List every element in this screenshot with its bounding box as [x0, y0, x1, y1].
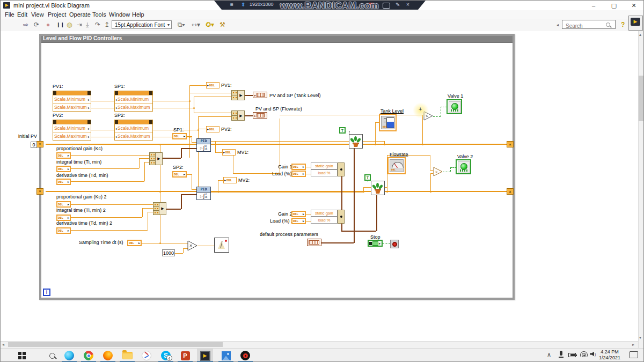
sampling-control[interactable]: DBL▸	[127, 240, 142, 246]
file-explorer-icon[interactable]	[121, 350, 133, 361]
run-continuous-button[interactable]: ⟳	[34, 21, 39, 28]
shift-register-left-1[interactable]: ▼	[36, 141, 43, 147]
property-node-sp1[interactable]: ▸Scale.Minimum ▸Scale.Maximum	[114, 91, 153, 112]
abort-button[interactable]: ●	[46, 21, 50, 28]
hamburger-icon[interactable]: ≡	[230, 2, 233, 8]
bundle-node-2[interactable]: ▶	[231, 110, 245, 121]
search-collapse-icon[interactable]: ◂	[557, 23, 559, 27]
distribute-objects-icon[interactable]: ⇿▾	[192, 21, 200, 28]
step-out-icon[interactable]: ↥	[104, 21, 109, 28]
vertical-scrollbar-thumb[interactable]	[639, 76, 644, 121]
pv1-terminal[interactable]: ▸DBL	[206, 82, 219, 88]
while-loop-border[interactable]	[39, 34, 515, 300]
maximize-button[interactable]: ▢	[609, 2, 619, 9]
mv1-terminal[interactable]: ▸DBL	[222, 149, 236, 156]
plant-model-subvi-2[interactable]	[371, 181, 385, 195]
property-node-pv2[interactable]: Scale.Minimum▸ Scale.Maximum▸	[53, 120, 91, 141]
property-node-sp2[interactable]: ▸Scale.Minimum ▸Scale.Maximum	[114, 120, 153, 141]
stop-control[interactable]: ▸	[368, 240, 383, 247]
powerpoint-icon[interactable]: P	[179, 350, 191, 361]
chrome-icon[interactable]	[83, 350, 94, 361]
firefox-icon[interactable]	[102, 350, 114, 361]
menu-project[interactable]: Project	[48, 11, 66, 18]
action-center-icon[interactable]	[630, 351, 638, 358]
pv-sp-tank-indicator[interactable]: ▸	[253, 92, 267, 98]
shuttle-app-icon[interactable]	[141, 350, 152, 361]
resize-objects-icon[interactable]: ✪▾	[206, 21, 214, 28]
clock[interactable]: 4:24 PM 1/24/2021	[594, 349, 626, 361]
true-constant-1[interactable]: T	[339, 127, 346, 134]
menu-view[interactable]: View	[31, 11, 44, 18]
tray-expand-icon[interactable]: ∧	[547, 351, 551, 358]
plant-model-subvi-1[interactable]	[349, 134, 363, 149]
pid-vi-2[interactable]: PID ▷∫ddt	[196, 187, 211, 200]
menu-help[interactable]: Help	[132, 11, 144, 18]
prop-gain-control[interactable]: DBL▸	[56, 152, 71, 159]
valve1-led-indicator[interactable]	[447, 99, 462, 114]
multiply-node[interactable]: ×	[187, 240, 198, 251]
skype-icon[interactable]: S 4	[160, 350, 172, 361]
der-time2-control[interactable]: DBL▸	[56, 227, 71, 234]
scroll-right-icon[interactable]: ▸	[632, 342, 634, 347]
labview-taskbar-icon[interactable]: ▶	[199, 350, 211, 361]
bundle-by-name-load-1[interactable]: load %	[311, 169, 338, 176]
search-input[interactable]	[565, 22, 609, 30]
greater-than-node-2[interactable]: >	[433, 167, 443, 176]
scroll-down-icon[interactable]: ▾	[639, 335, 641, 340]
search-box[interactable]	[562, 20, 616, 29]
int-time-control[interactable]: DBL▸	[56, 166, 71, 172]
scroll-up-icon[interactable]: ▴	[639, 32, 641, 37]
valve2-led-indicator[interactable]	[456, 159, 471, 174]
loop-condition-terminal[interactable]	[390, 240, 399, 248]
sp1-control[interactable]: DBL▸	[172, 133, 187, 139]
default-params-constant[interactable]	[307, 239, 321, 246]
loop-iteration-terminal[interactable]: i	[43, 289, 50, 296]
menu-file[interactable]: File	[5, 11, 14, 18]
property-node-pv1[interactable]: Scale.Minimum▸ Scale.Maximum▸	[53, 91, 91, 112]
initial-pv-constant[interactable]: 0	[31, 142, 37, 148]
align-objects-icon[interactable]: ⧉▾	[178, 21, 185, 28]
bundle-node-gains-2[interactable]: ▶	[153, 202, 166, 215]
highlight-execution-icon[interactable]: ◍	[67, 21, 72, 28]
font-selector[interactable]: 15pt Application Font▾	[112, 20, 172, 29]
bundle-by-name-static-gain-2[interactable]: static gain	[311, 210, 338, 217]
step-into-icon[interactable]: ⤓	[86, 21, 89, 28]
clean-up-diagram-icon[interactable]: ⚒	[219, 21, 225, 28]
taskbar-search-icon[interactable]	[46, 350, 58, 361]
bundle-by-name-load-2[interactable]: load %	[311, 217, 338, 224]
horizontal-scrollbar-thumb[interactable]	[8, 342, 223, 347]
flowrate-indicator[interactable]: DBL	[387, 157, 406, 174]
bundle-node-gains-1[interactable]: ▶	[149, 152, 163, 165]
pid-vi-1[interactable]: PID ▷∫ddt	[196, 138, 211, 152]
menu-window[interactable]: Window	[109, 11, 130, 18]
ms-constant[interactable]: 1000	[162, 249, 175, 256]
bundle-node-1[interactable]: ▶	[231, 90, 245, 100]
photos-icon[interactable]	[220, 350, 232, 361]
der-time-control[interactable]: DBL▸	[56, 179, 71, 185]
menu-tools[interactable]: Tools	[92, 11, 106, 18]
bandicam-taskbar-icon[interactable]	[239, 350, 251, 361]
start-button[interactable]	[16, 350, 28, 361]
scroll-left-icon[interactable]: ◂	[2, 342, 4, 347]
labview-logo-button[interactable]: ▶	[628, 16, 643, 31]
sp2-control[interactable]: DBL▸	[172, 171, 187, 178]
menu-operate[interactable]: Operate	[69, 11, 91, 18]
load2-control[interactable]: DBL▸	[291, 218, 306, 224]
bundle-by-name-static-gain-1[interactable]: static gain	[311, 162, 338, 169]
pv2-terminal[interactable]: ▸DBL	[206, 126, 219, 132]
step-over-icon[interactable]: ↷	[95, 21, 100, 28]
mv2-terminal[interactable]: ▸DBL	[223, 177, 237, 183]
shift-register-right-1[interactable]: ▲	[507, 141, 514, 147]
battery-icon[interactable]	[568, 353, 576, 357]
true-constant-2[interactable]: T	[364, 174, 371, 181]
wait-ms-node[interactable]	[214, 238, 229, 253]
gain2-control[interactable]: DBL▸	[291, 211, 306, 217]
load1-control[interactable]: DBL▸	[291, 171, 306, 177]
edge-icon[interactable]	[63, 350, 75, 361]
wifi-icon[interactable]	[580, 351, 588, 357]
pv-sp-flow-indicator[interactable]: ▸	[253, 112, 267, 119]
shift-register-left-2[interactable]: ▼	[36, 188, 43, 195]
prop-gain2-control[interactable]: DBL▸	[56, 201, 71, 208]
tank-level-indicator[interactable]: DBL	[379, 114, 397, 131]
pause-button[interactable]: ❙❙	[56, 22, 64, 27]
